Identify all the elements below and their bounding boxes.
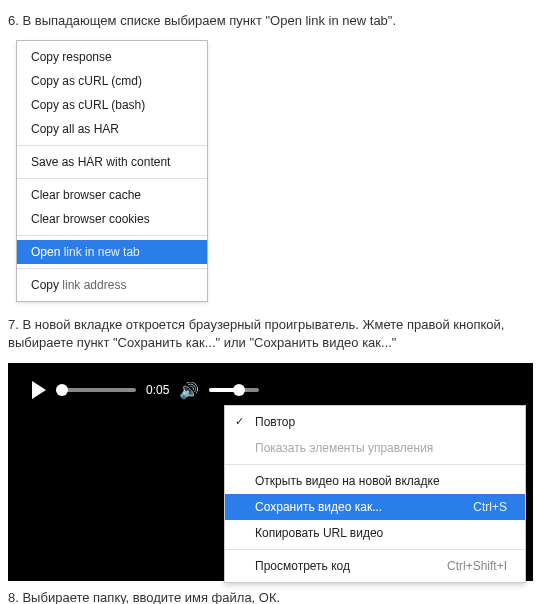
step-7-text: 7. В новой вкладке откроется браузерный … bbox=[8, 316, 538, 352]
menu-item-copy-response[interactable]: Copy response bbox=[17, 45, 207, 69]
menu-label: Просмотреть код bbox=[255, 559, 350, 573]
menu-item-clear-cache[interactable]: Clear browser cache bbox=[17, 183, 207, 207]
shortcut-text: Ctrl+S bbox=[473, 500, 507, 514]
play-icon[interactable] bbox=[32, 381, 46, 399]
menu-label: Повтор bbox=[255, 415, 295, 429]
menu-item-open-link-new-tab[interactable]: Open link in new tab bbox=[17, 240, 207, 264]
menu-item-copy-link-address[interactable]: Copy link address bbox=[17, 273, 207, 297]
time-display: 0:05 bbox=[146, 383, 169, 397]
volume-thumb[interactable] bbox=[233, 384, 245, 396]
step-6-text: 6. В выпадающем списке выбираем пункт "O… bbox=[8, 12, 538, 30]
menu-item-loop[interactable]: ✓ Повтор bbox=[225, 409, 525, 435]
check-icon: ✓ bbox=[235, 415, 244, 428]
menu-item-inspect[interactable]: Просмотреть код Ctrl+Shift+I bbox=[225, 553, 525, 579]
menu-label: Показать элементы управления bbox=[255, 441, 433, 455]
menu-item-save-video-as[interactable]: Сохранить видео как... Ctrl+S bbox=[225, 494, 525, 520]
menu-item-copy-video-url[interactable]: Копировать URL видео bbox=[225, 520, 525, 546]
menu-label-prefix: Copy bbox=[31, 278, 62, 292]
menu-label: Открыть видео на новой вкладке bbox=[255, 474, 440, 488]
menu-item-copy-all-har[interactable]: Copy all as HAR bbox=[17, 117, 207, 141]
menu-item-save-har[interactable]: Save as HAR with content bbox=[17, 150, 207, 174]
menu-item-copy-curl-cmd[interactable]: Copy as cURL (cmd) bbox=[17, 69, 207, 93]
video-controls: 0:05 🔊 bbox=[32, 381, 259, 400]
menu-item-copy-curl-bash[interactable]: Copy as cURL (bash) bbox=[17, 93, 207, 117]
devtools-context-menu: Copy response Copy as cURL (cmd) Copy as… bbox=[16, 40, 208, 302]
menu-label-rest: link address bbox=[62, 278, 126, 292]
video-context-menu: ✓ Повтор Показать элементы управления От… bbox=[224, 405, 526, 583]
video-player-area: 0:05 🔊 ✓ Повтор Показать элементы управл… bbox=[8, 363, 533, 581]
progress-thumb[interactable] bbox=[56, 384, 68, 396]
shortcut-text: Ctrl+Shift+I bbox=[447, 559, 507, 573]
menu-item-show-controls: Показать элементы управления bbox=[225, 435, 525, 461]
step-8-text: 8. Выбираете папку, вводите имя файла, О… bbox=[8, 589, 538, 604]
menu-label-prefix: Open bbox=[31, 245, 64, 259]
volume-icon[interactable]: 🔊 bbox=[179, 381, 199, 400]
menu-label: Копировать URL видео bbox=[255, 526, 383, 540]
menu-label: Сохранить видео как... bbox=[255, 500, 382, 514]
menu-label-hl: link in new tab bbox=[64, 245, 140, 259]
menu-item-clear-cookies[interactable]: Clear browser cookies bbox=[17, 207, 207, 231]
progress-slider[interactable] bbox=[56, 388, 136, 392]
menu-item-open-video-new-tab[interactable]: Открыть видео на новой вкладке bbox=[225, 468, 525, 494]
volume-slider[interactable] bbox=[209, 388, 259, 392]
